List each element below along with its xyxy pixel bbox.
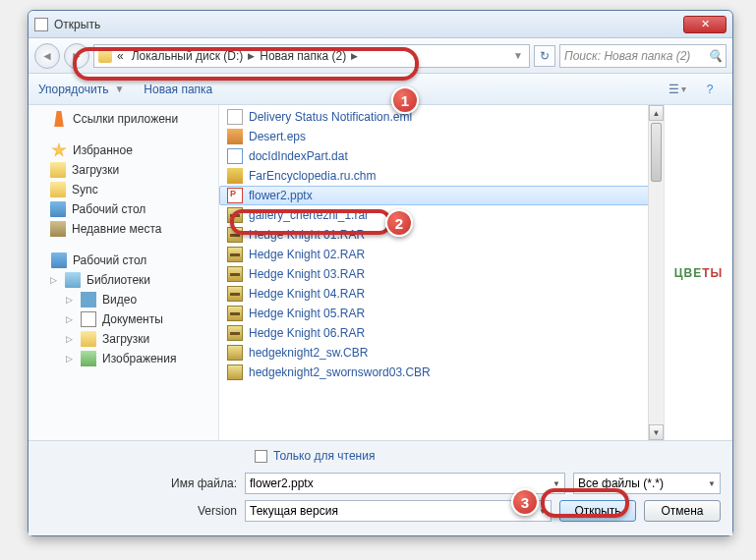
rar-icon	[227, 325, 243, 341]
sidebar-desktop-2[interactable]: Рабочий стол	[29, 251, 218, 270]
sidebar-video[interactable]: ▷Видео	[29, 290, 218, 309]
file-row[interactable]: docIdIndexPart.dat	[219, 146, 664, 166]
navigation-bar: ◄ ► « Локальный диск (D:) ▶ Новая папка …	[29, 38, 732, 74]
file-row[interactable]: Hedge Knight 05.RAR	[219, 304, 664, 323]
pptx-icon	[227, 188, 243, 203]
sidebar-apps[interactable]: Ссылки приложени	[29, 109, 218, 129]
help-button[interactable]: ?	[697, 79, 723, 100]
scroll-thumb[interactable]	[651, 123, 662, 182]
filename-input[interactable]: flower2.pptx▼	[245, 473, 565, 494]
window-title: Открыть	[54, 18, 683, 31]
breadcrumb-seg-1[interactable]: Локальный диск (D:)	[129, 49, 247, 63]
folder-icon	[50, 162, 66, 178]
refresh-button[interactable]: ↻	[534, 45, 555, 67]
rar-icon	[227, 266, 243, 282]
version-label: Version	[40, 504, 237, 518]
file-list[interactable]: Delivery Status Notification.emlDesert.e…	[219, 105, 664, 440]
sidebar-images[interactable]: ▷Изображения	[29, 349, 218, 368]
file-name: hedgeknight2_swornsword03.CBR	[249, 365, 431, 379]
file-name: Hedge Knight 01.RAR	[249, 228, 365, 242]
preview-pane: ЦВЕТЫ	[664, 105, 732, 440]
scrollbar[interactable]: ▲ ▼	[648, 105, 664, 440]
file-row[interactable]: FarEncyclopedia.ru.chm	[219, 166, 664, 186]
open-button[interactable]: Открыть	[559, 500, 636, 522]
open-dialog: Открыть ✕ ◄ ► « Локальный диск (D:) ▶ Но…	[28, 10, 733, 536]
chm-icon	[227, 168, 243, 184]
breadcrumb[interactable]: « Локальный диск (D:) ▶ Новая папка (2) …	[93, 44, 530, 68]
sidebar-favorites[interactable]: Избранное	[29, 140, 218, 160]
search-icon: 🔍	[708, 49, 722, 63]
file-name: FarEncyclopedia.ru.chm	[249, 169, 376, 183]
organize-button[interactable]: Упорядочить ▼	[38, 83, 126, 96]
recent-icon	[50, 221, 66, 237]
sidebar-downloads-2[interactable]: ▷Загрузки	[29, 329, 218, 349]
cancel-button[interactable]: Отмена	[644, 500, 721, 522]
scroll-down-button[interactable]: ▼	[649, 424, 664, 440]
close-button[interactable]: ✕	[683, 16, 727, 33]
folder-icon	[81, 331, 96, 347]
file-row[interactable]: Hedge Knight 04.RAR	[219, 284, 664, 304]
search-placeholder: Поиск: Новая папка (2)	[564, 49, 690, 63]
document-icon	[81, 311, 96, 327]
file-name: Hedge Knight 05.RAR	[249, 307, 365, 320]
preview-content: ЦВЕТЫ	[674, 266, 724, 280]
sidebar-documents[interactable]: ▷Документы	[29, 309, 218, 329]
desktop-icon	[51, 252, 67, 268]
file-name: Desert.eps	[249, 130, 306, 143]
image-icon	[81, 351, 96, 366]
eml-icon	[227, 109, 243, 125]
breadcrumb-prefix: «	[114, 49, 127, 63]
sidebar-sync[interactable]: Sync	[29, 180, 218, 199]
video-icon	[81, 292, 96, 308]
document-icon	[34, 18, 48, 31]
sidebar-downloads[interactable]: Загрузки	[29, 160, 218, 180]
scroll-up-button[interactable]: ▲	[649, 105, 664, 121]
readonly-checkbox[interactable]	[255, 450, 267, 463]
version-combo[interactable]: Текущая версия▼	[245, 500, 552, 522]
file-name: Hedge Knight 02.RAR	[249, 248, 365, 261]
rar-icon	[227, 306, 243, 321]
file-row[interactable]: gallery_chertezhi_1.rar	[219, 205, 664, 225]
file-row[interactable]: Hedge Knight 01.RAR	[219, 225, 664, 245]
file-row[interactable]: Hedge Knight 03.RAR	[219, 264, 664, 284]
file-row[interactable]: Delivery Status Notification.eml	[219, 107, 664, 127]
new-folder-button[interactable]: Новая папка	[144, 83, 212, 96]
file-name: Hedge Knight 04.RAR	[249, 287, 365, 301]
sidebar-libraries[interactable]: ▷Библиотеки	[29, 270, 218, 290]
forward-button[interactable]: ►	[64, 43, 89, 69]
vlc-icon	[51, 111, 67, 127]
view-options-button[interactable]: ☰ ▾	[666, 79, 691, 100]
folder-icon	[98, 49, 112, 63]
file-name: flower2.pptx	[249, 189, 313, 202]
search-input[interactable]: Поиск: Новая папка (2) 🔍	[559, 44, 727, 68]
sidebar-desktop[interactable]: Рабочий стол	[29, 199, 218, 219]
dat-icon	[227, 148, 243, 164]
file-row[interactable]: Desert.eps	[219, 127, 664, 146]
chevron-down-icon: ▼	[708, 479, 716, 488]
chevron-down-icon[interactable]: ▼	[552, 479, 560, 488]
chevron-down-icon: ▼	[539, 507, 547, 516]
chevron-down-icon[interactable]: ▼	[511, 50, 525, 61]
file-name: gallery_chertezhi_1.rar	[249, 208, 369, 222]
sidebar-recent[interactable]: Недавние места	[29, 219, 218, 239]
rar-icon	[227, 247, 243, 262]
titlebar[interactable]: Открыть ✕	[29, 11, 732, 38]
toolbar: Упорядочить ▼ Новая папка ☰ ▾ ?	[29, 74, 732, 105]
file-row[interactable]: flower2.pptx	[219, 186, 664, 205]
rar-icon	[227, 286, 243, 302]
breadcrumb-seg-2[interactable]: Новая папка (2)	[257, 49, 349, 63]
file-row[interactable]: hedgeknight2_swornsword03.CBR	[219, 363, 664, 382]
chevron-down-icon: ▼	[112, 84, 126, 94]
back-button[interactable]: ◄	[34, 43, 60, 69]
filter-combo[interactable]: Все файлы (*.*)▼	[573, 473, 721, 494]
sidebar: Ссылки приложени Избранное Загрузки Sync…	[29, 105, 219, 440]
chevron-right-icon[interactable]: ▶	[248, 51, 255, 61]
file-name: Hedge Knight 03.RAR	[249, 267, 365, 281]
content-area: Ссылки приложени Избранное Загрузки Sync…	[29, 105, 732, 440]
file-row[interactable]: hedgeknight2_sw.CBR	[219, 343, 664, 363]
file-name: hedgeknight2_sw.CBR	[249, 346, 368, 360]
file-row[interactable]: Hedge Knight 02.RAR	[219, 245, 664, 264]
chevron-right-icon[interactable]: ▶	[351, 51, 358, 61]
file-row[interactable]: Hedge Knight 06.RAR	[219, 323, 664, 343]
desktop-icon	[50, 201, 66, 217]
